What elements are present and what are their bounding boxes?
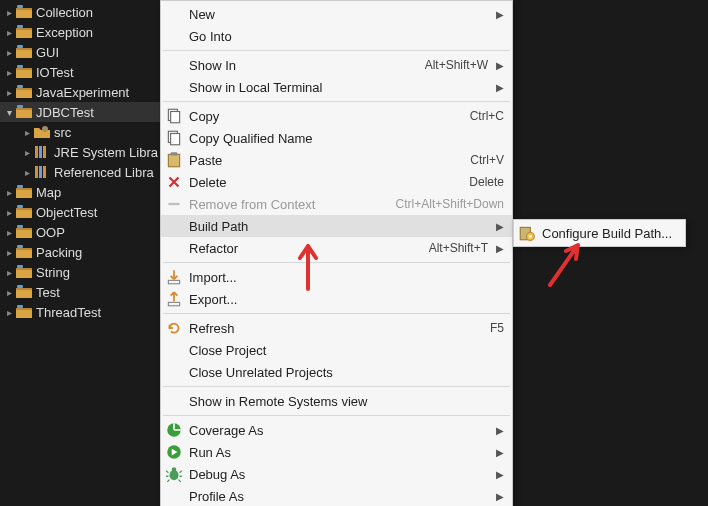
- export-icon: [165, 291, 183, 307]
- menu-item-profile-as[interactable]: Profile As▶: [161, 485, 512, 506]
- copy-icon: [165, 130, 183, 146]
- menu-item-paste[interactable]: PasteCtrl+V: [161, 149, 512, 171]
- menu-item-label: Build Path: [189, 219, 488, 234]
- svg-rect-40: [168, 280, 179, 283]
- project-icon: [16, 305, 32, 319]
- menu-item-export[interactable]: Export...: [161, 288, 512, 310]
- expand-arrow-icon[interactable]: [20, 145, 34, 159]
- expand-arrow-icon[interactable]: [2, 205, 16, 219]
- expand-arrow-icon[interactable]: [2, 225, 16, 239]
- svg-rect-6: [16, 68, 32, 70]
- context-menu: New▶Go IntoShow InAlt+Shift+W▶Show in Lo…: [160, 0, 513, 506]
- expand-arrow-icon[interactable]: [2, 185, 16, 199]
- expand-arrow-icon[interactable]: [20, 165, 34, 179]
- menu-separator: [163, 415, 510, 416]
- svg-rect-21: [16, 208, 32, 210]
- submenu-arrow-icon: ▶: [494, 491, 504, 502]
- tree-item-threadtest[interactable]: ThreadTest: [0, 302, 165, 322]
- svg-rect-30: [17, 285, 23, 288]
- tree-item-iotest[interactable]: IOTest: [0, 62, 165, 82]
- menu-item-copy-qualified-name[interactable]: Copy Qualified Name: [161, 127, 512, 149]
- menu-separator: [163, 262, 510, 263]
- tree-item-test[interactable]: Test: [0, 282, 165, 302]
- expand-arrow-icon[interactable]: [2, 45, 16, 59]
- submenu-item-label: Configure Build Path...: [542, 226, 677, 241]
- submenu-arrow-icon: ▶: [494, 447, 504, 458]
- project-icon: [16, 265, 32, 279]
- svg-rect-39: [168, 203, 179, 205]
- svg-rect-23: [16, 228, 32, 230]
- menu-item-delete[interactable]: DeleteDelete: [161, 171, 512, 193]
- menu-item-label: Copy Qualified Name: [189, 131, 504, 146]
- menu-item-refactor[interactable]: RefactorAlt+Shift+T▶: [161, 237, 512, 259]
- tree-item-collection[interactable]: Collection: [0, 2, 165, 22]
- menu-item-show-in[interactable]: Show InAlt+Shift+W▶: [161, 54, 512, 76]
- expand-arrow-icon[interactable]: [2, 285, 16, 299]
- svg-rect-26: [17, 245, 23, 248]
- tree-item-jre-system-libra[interactable]: JRE System Libra: [0, 142, 165, 162]
- submenu-item-configure-build-path[interactable]: Configure Build Path...: [514, 222, 685, 244]
- menu-item-copy[interactable]: CopyCtrl+C: [161, 105, 512, 127]
- blank-icon: [165, 393, 183, 409]
- tree-item-label: OOP: [36, 225, 65, 240]
- menu-item-build-path[interactable]: Build Path▶: [161, 215, 512, 237]
- svg-rect-41: [168, 302, 179, 305]
- menu-separator: [163, 313, 510, 314]
- expand-arrow-icon[interactable]: [2, 105, 16, 119]
- svg-rect-27: [16, 268, 32, 270]
- run-icon: [165, 444, 183, 460]
- menu-item-show-in-local-terminal[interactable]: Show in Local Terminal▶: [161, 76, 512, 98]
- menu-item-show-in-remote-systems-view[interactable]: Show in Remote Systems view: [161, 390, 512, 412]
- tree-item-map[interactable]: Map: [0, 182, 165, 202]
- menu-item-label: Coverage As: [189, 423, 488, 438]
- menu-item-go-into[interactable]: Go Into: [161, 25, 512, 47]
- tree-item-javaexperiment[interactable]: JavaExperiment: [0, 82, 165, 102]
- tree-item-exception[interactable]: Exception: [0, 22, 165, 42]
- menu-item-run-as[interactable]: Run As▶: [161, 441, 512, 463]
- project-icon: [16, 185, 32, 199]
- expand-arrow-icon[interactable]: [2, 245, 16, 259]
- expand-arrow-icon[interactable]: [2, 5, 16, 19]
- menu-item-close-unrelated-projects[interactable]: Close Unrelated Projects: [161, 361, 512, 383]
- menu-accelerator: Delete: [469, 175, 504, 189]
- tree-item-string[interactable]: String: [0, 262, 165, 282]
- refresh-icon: [165, 320, 183, 336]
- blank-icon: [165, 342, 183, 358]
- library-icon: [34, 145, 50, 159]
- svg-rect-37: [168, 154, 179, 166]
- expand-arrow-icon[interactable]: [2, 265, 16, 279]
- blank-icon: [165, 218, 183, 234]
- expand-arrow-icon[interactable]: [2, 65, 16, 79]
- tree-item-src[interactable]: src: [0, 122, 165, 142]
- tree-item-gui[interactable]: GUI: [0, 42, 165, 62]
- svg-rect-31: [16, 308, 32, 310]
- tree-item-jdbctest[interactable]: JDBCTest: [0, 102, 165, 122]
- menu-item-label: Run As: [189, 445, 488, 460]
- menu-item-label: Refactor: [189, 241, 421, 256]
- expand-arrow-icon[interactable]: [20, 125, 34, 139]
- svg-rect-2: [16, 28, 32, 30]
- expand-arrow-icon[interactable]: [2, 305, 16, 319]
- project-icon: [16, 285, 32, 299]
- menu-item-coverage-as[interactable]: Coverage As▶: [161, 419, 512, 441]
- tree-item-referenced-libra[interactable]: Referenced Libra: [0, 162, 165, 182]
- tree-item-label: Map: [36, 185, 61, 200]
- menu-item-new[interactable]: New▶: [161, 3, 512, 25]
- menu-item-close-project[interactable]: Close Project: [161, 339, 512, 361]
- menu-item-label: Close Project: [189, 343, 504, 358]
- expand-arrow-icon[interactable]: [2, 85, 16, 99]
- svg-rect-20: [17, 185, 23, 188]
- svg-rect-38: [171, 152, 178, 155]
- menu-item-import[interactable]: Import...: [161, 266, 512, 288]
- tree-item-packing[interactable]: Packing: [0, 242, 165, 262]
- tree-item-objecttest[interactable]: ObjectTest: [0, 202, 165, 222]
- svg-point-48: [529, 235, 532, 238]
- menu-item-label: New: [189, 7, 488, 22]
- project-icon: [16, 105, 32, 119]
- expand-arrow-icon[interactable]: [2, 25, 16, 39]
- tree-item-oop[interactable]: OOP: [0, 222, 165, 242]
- coverage-icon: [165, 422, 183, 438]
- menu-item-label: Close Unrelated Projects: [189, 365, 504, 380]
- menu-item-debug-as[interactable]: Debug As▶: [161, 463, 512, 485]
- menu-item-refresh[interactable]: RefreshF5: [161, 317, 512, 339]
